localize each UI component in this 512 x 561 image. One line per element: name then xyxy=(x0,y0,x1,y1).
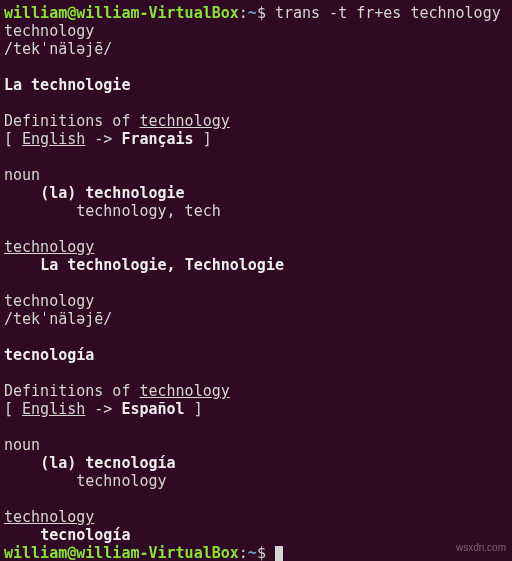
src-lang: English xyxy=(22,400,85,418)
output-gloss-2: technology xyxy=(0,472,512,490)
output-defs-line-1: Definitions of technology xyxy=(0,112,512,130)
output-blank xyxy=(0,220,512,238)
defs-label: Definitions of xyxy=(4,382,139,400)
dst-lang: Français xyxy=(121,130,193,148)
output-blank xyxy=(0,148,512,166)
defs-word: technology xyxy=(139,112,229,130)
word-underline: technology xyxy=(4,238,94,256)
indent xyxy=(4,256,40,274)
output-gloss-1: technology, tech xyxy=(0,202,512,220)
output-blank xyxy=(0,58,512,76)
comma: , xyxy=(167,256,185,274)
output-blank xyxy=(0,418,512,436)
output-word-2: technology xyxy=(0,292,512,310)
prompt-at: @ xyxy=(67,544,76,561)
output-pos-1: noun xyxy=(0,166,512,184)
output-word-1: technology xyxy=(0,22,512,40)
space xyxy=(266,544,275,561)
arrow: -> xyxy=(85,400,121,418)
entry-text: (la) technologie xyxy=(40,184,185,202)
prompt-line-1[interactable]: william@william-VirtualBox:~$ trans -t f… xyxy=(0,4,512,22)
output-word2-2: technology xyxy=(0,508,512,526)
dst-lang: Español xyxy=(121,400,184,418)
output-entry-2: (la) tecnología xyxy=(0,454,512,472)
indent xyxy=(4,184,40,202)
bracket-left: [ xyxy=(4,130,22,148)
output-word2-1: technology xyxy=(0,238,512,256)
trans1: tecnología xyxy=(40,526,130,544)
command-input: trans -t fr+es technology xyxy=(266,4,501,22)
prompt-colon: : xyxy=(239,4,248,22)
bracket-right: ] xyxy=(194,130,212,148)
arrow: -> xyxy=(85,130,121,148)
prompt-dollar: $ xyxy=(257,544,266,561)
output-translation-1: La technologie xyxy=(0,76,512,94)
entry-text: (la) tecnología xyxy=(40,454,175,472)
gloss-text: technology xyxy=(76,472,166,490)
bracket-left: [ xyxy=(4,400,22,418)
output-langpair-1: [ English -> Français ] xyxy=(0,130,512,148)
defs-word: technology xyxy=(139,382,229,400)
src-lang: English xyxy=(22,130,85,148)
word-underline: technology xyxy=(4,508,94,526)
indent xyxy=(4,526,40,544)
watermark-text: wsxdn.com xyxy=(456,539,506,557)
bracket-right: ] xyxy=(185,400,203,418)
output-entry-1: (la) technologie xyxy=(0,184,512,202)
prompt-host: william-VirtualBox xyxy=(76,4,239,22)
indent xyxy=(4,454,40,472)
output-blank xyxy=(0,274,512,292)
output-langpair-2: [ English -> Español ] xyxy=(0,400,512,418)
output-translation-2: tecnología xyxy=(0,346,512,364)
output-blank xyxy=(0,94,512,112)
prompt-line-2[interactable]: william@william-VirtualBox:~$ xyxy=(0,544,512,561)
trans2: Technologie xyxy=(185,256,284,274)
indent xyxy=(4,202,76,220)
prompt-user: william xyxy=(4,4,67,22)
prompt-user: william xyxy=(4,544,67,561)
prompt-path: ~ xyxy=(248,544,257,561)
output-blank xyxy=(0,328,512,346)
prompt-colon: : xyxy=(239,544,248,561)
trans1: La technologie xyxy=(40,256,166,274)
prompt-at: @ xyxy=(67,4,76,22)
output-blank xyxy=(0,364,512,382)
prompt-host: william-VirtualBox xyxy=(76,544,239,561)
output-blank xyxy=(0,490,512,508)
prompt-dollar: $ xyxy=(257,4,266,22)
defs-label: Definitions of xyxy=(4,112,139,130)
output-pos-2: noun xyxy=(0,436,512,454)
prompt-path: ~ xyxy=(248,4,257,22)
output-translist-1: La technologie, Technologie xyxy=(0,256,512,274)
output-phonetic-2: /tekˈnäləjē/ xyxy=(0,310,512,328)
output-phonetic-1: /tekˈnäləjē/ xyxy=(0,40,512,58)
indent xyxy=(4,472,76,490)
cursor-block-icon xyxy=(275,546,283,561)
output-defs-line-2: Definitions of technology xyxy=(0,382,512,400)
gloss-text: technology, tech xyxy=(76,202,221,220)
output-translist-2: tecnología xyxy=(0,526,512,544)
